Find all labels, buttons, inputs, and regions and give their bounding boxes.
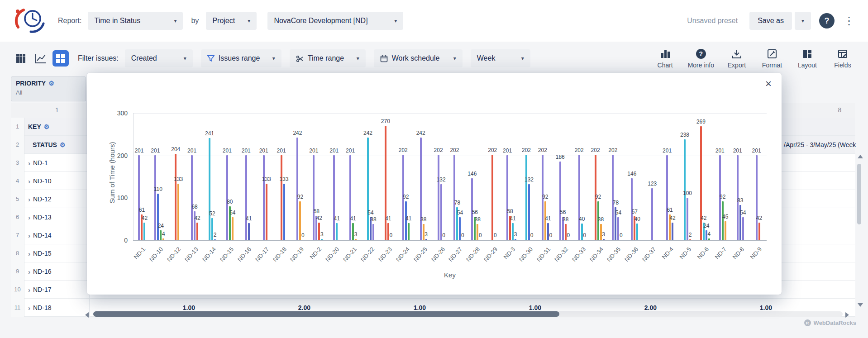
row-key-cell[interactable]: ›ND-15	[24, 244, 90, 262]
bar-value-label: 201	[733, 148, 742, 154]
bar-value-label: 3	[602, 231, 605, 238]
bar-value-label: 146	[467, 171, 477, 177]
view-pivot-chart-button[interactable]	[52, 50, 69, 67]
save-as-button[interactable]: Save as	[749, 12, 792, 30]
format-icon	[767, 48, 777, 60]
bar-value-label: 241	[205, 130, 214, 137]
priority-label: PRIORITY	[16, 80, 46, 87]
bar	[689, 239, 691, 240]
view-grid-button[interactable]	[13, 50, 29, 67]
vertical-scrollbar-thumb[interactable]	[857, 164, 861, 224]
row-key-cell[interactable]: ›ND-13	[24, 208, 90, 226]
row-key-cell[interactable]: ›ND-18	[24, 299, 90, 317]
gear-icon[interactable]: ⚙	[44, 123, 50, 130]
bar-value-label: 92	[297, 194, 303, 200]
expand-icon[interactable]: ›	[28, 195, 30, 203]
chart-button[interactable]: Chart	[653, 48, 678, 69]
expand-icon[interactable]: ›	[28, 177, 30, 185]
bar	[175, 154, 176, 240]
bar-value-label: 40	[634, 216, 640, 222]
bar	[191, 155, 193, 240]
week-select[interactable]: Week ▾	[471, 49, 530, 67]
bar	[232, 217, 234, 240]
bar	[550, 240, 552, 241]
created-filter-select[interactable]: Created ▾	[125, 49, 193, 67]
export-button[interactable]: Export	[724, 48, 749, 69]
row-number: 4	[11, 172, 24, 190]
bar	[425, 239, 427, 240]
scroll-down-arrow-icon[interactable]	[858, 303, 863, 307]
bar	[581, 224, 583, 240]
layout-button[interactable]: Layout	[795, 48, 820, 69]
question-circle-icon: ?	[696, 48, 706, 60]
more-info-button[interactable]: ? More info	[688, 48, 714, 69]
bar-value-label: 24	[158, 223, 164, 229]
bar-value-label: 133	[174, 176, 183, 182]
bar	[651, 188, 653, 240]
bar-value-label: 41	[385, 215, 391, 222]
row-key-cell[interactable]: ›ND-14	[24, 226, 90, 244]
gear-icon[interactable]: ⚙	[48, 80, 54, 87]
bar-value-label: 132	[525, 176, 534, 183]
gridline	[133, 156, 767, 156]
issues-range-select[interactable]: Issues range ▾	[201, 49, 281, 67]
y-tick-label: 100	[110, 194, 128, 202]
bar-value-label: 92	[542, 194, 548, 200]
bar	[355, 239, 357, 240]
bar-value-label: 3	[514, 231, 517, 238]
view-chart-button[interactable]	[33, 50, 49, 67]
row-key-cell[interactable]: ›ND-12	[24, 190, 90, 208]
bar	[296, 138, 298, 240]
horizontal-scrollbar-thumb[interactable]	[93, 311, 559, 317]
row-key-cell[interactable]: ›ND-10	[24, 172, 90, 190]
expand-icon[interactable]: ›	[28, 214, 30, 221]
scroll-up-arrow-icon[interactable]	[858, 155, 863, 158]
expand-icon[interactable]: ›	[28, 250, 30, 257]
bar	[440, 184, 442, 240]
expand-icon[interactable]: ›	[28, 304, 30, 312]
row-key-cell[interactable]: ›ND-16	[24, 262, 90, 281]
gear-icon[interactable]: ⚙	[60, 141, 66, 148]
work-schedule-select[interactable]: Work schedule ▾	[374, 49, 463, 67]
bar-value-label: 68	[191, 204, 197, 210]
scroll-left-arrow-icon[interactable]	[85, 312, 89, 318]
bar	[299, 201, 301, 240]
row-number: 8	[11, 244, 24, 262]
expand-icon[interactable]: ›	[28, 159, 30, 167]
bar-value-label: 92	[720, 194, 725, 200]
bar-value-label: 54	[367, 209, 373, 216]
kebab-menu-icon[interactable]: ⋮	[842, 14, 856, 27]
bar-value-label: 41	[545, 215, 551, 222]
bar-value-label: 0	[620, 232, 623, 238]
toolbar-actions: Chart ? More info Export	[653, 48, 855, 69]
bar-chart-plot: 01002003002016142ND-1201110244ND-1020413…	[87, 73, 782, 295]
bar	[528, 184, 530, 240]
expand-icon[interactable]: ›	[28, 268, 30, 276]
project-select[interactable]: NovaCore Development [ND] ▾	[267, 12, 403, 30]
bar	[138, 155, 140, 240]
group-by-select[interactable]: Project ▾	[206, 12, 257, 30]
expand-icon[interactable]: ›	[28, 232, 30, 239]
issues-range-icon	[207, 55, 215, 62]
fields-button[interactable]: Fields	[830, 48, 855, 69]
bar-value-label: 202	[608, 147, 617, 153]
format-button[interactable]: Format	[759, 48, 785, 69]
bar-value-label: 201	[223, 148, 232, 154]
save-options-button[interactable]: ▾	[795, 12, 811, 30]
scroll-right-arrow-icon[interactable]	[845, 312, 849, 318]
time-range-select[interactable]: Time range ▾	[290, 49, 366, 67]
horizontal-scrollbar[interactable]	[93, 311, 843, 317]
bar	[385, 126, 386, 240]
bar-chart-icon	[660, 48, 671, 60]
bar	[477, 224, 478, 240]
priority-filter-cell[interactable]: PRIORITY ⚙ All	[11, 76, 86, 101]
bar-value-label: 42	[142, 215, 148, 221]
row-key-cell[interactable]: ›ND-1	[24, 154, 90, 172]
help-button[interactable]: ?	[819, 13, 835, 29]
row-key-cell[interactable]: ›ND-17	[24, 281, 90, 299]
bar-value-label: 0	[390, 232, 393, 238]
report-type-select[interactable]: Time in Status ▾	[88, 12, 183, 30]
bar	[349, 155, 351, 240]
close-icon[interactable]: ×	[765, 78, 772, 89]
expand-icon[interactable]: ›	[28, 286, 30, 294]
